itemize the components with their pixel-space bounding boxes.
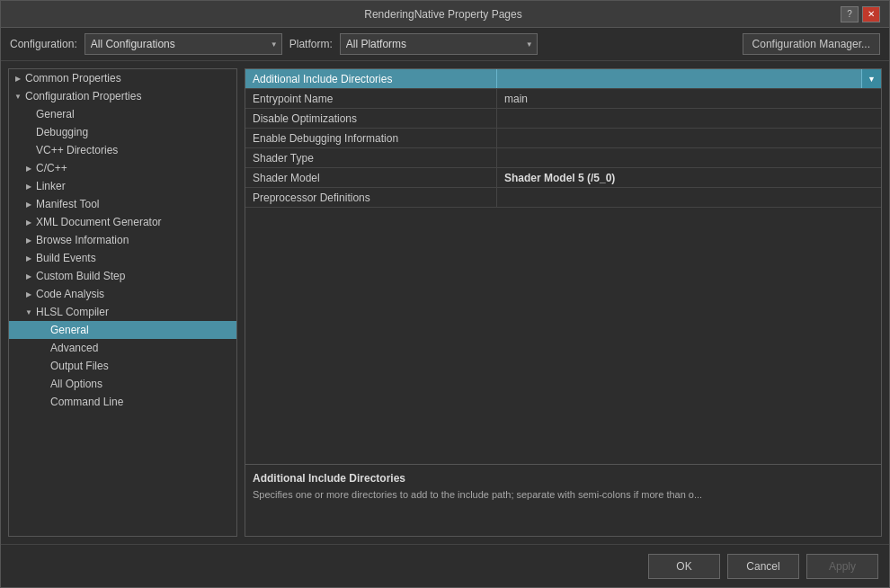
tree-item-hlsl-all-options[interactable]: All Options (9, 375, 236, 393)
tree-label-general: General (36, 108, 75, 120)
tree-item-configuration-properties[interactable]: ▼Configuration Properties (9, 87, 236, 105)
configuration-label: Configuration: (10, 38, 77, 50)
configuration-select[interactable]: All Configurations (85, 33, 282, 55)
tree-label-linker: Linker (36, 180, 66, 192)
apply-button[interactable]: Apply (806, 554, 878, 579)
expand-icon-manifest-tool: ▶ (23, 199, 34, 209)
tree-label-vc-directories: VC++ Directories (36, 144, 118, 156)
header-prop-value (497, 69, 861, 88)
expand-icon-build-events: ▶ (23, 253, 34, 263)
expand-icon-hlsl-all-options (38, 379, 49, 389)
tree-item-general[interactable]: General (9, 105, 236, 123)
prop-value-1 (497, 109, 881, 128)
expand-icon-code-analysis: ▶ (23, 289, 34, 299)
tree-label-hlsl-all-options: All Options (50, 378, 102, 390)
tree-item-common-properties[interactable]: ▶Common Properties (9, 69, 236, 87)
description-title: Additional Include Directories (253, 472, 874, 485)
header-dropdown-button[interactable]: ▼ (861, 69, 881, 88)
prop-value-5 (497, 188, 881, 207)
tree-label-hlsl-output: Output Files (50, 360, 109, 372)
tree-label-common-properties: Common Properties (25, 72, 121, 85)
tree-item-custom-build-step[interactable]: ▶Custom Build Step (9, 267, 236, 285)
tree-panel: ▶Common Properties▼Configuration Propert… (8, 68, 237, 537)
expand-icon-hlsl-output (38, 361, 49, 371)
prop-row-3[interactable]: Shader Type (245, 148, 881, 168)
prop-name-4: Shader Model (245, 168, 497, 187)
expand-icon-debugging (23, 127, 34, 138)
expand-icon-hlsl-general (38, 325, 49, 335)
help-button[interactable]: ? (841, 6, 859, 22)
tree-item-hlsl-output[interactable]: Output Files (9, 357, 236, 375)
tree-item-manifest-tool[interactable]: ▶Manifest Tool (9, 195, 236, 213)
close-button[interactable]: ✕ (862, 6, 880, 22)
config-bar: Configuration: All Configurations Platfo… (1, 28, 889, 61)
prop-row-2[interactable]: Enable Debugging Information (245, 129, 881, 148)
prop-row-5[interactable]: Preprocessor Definitions (245, 188, 881, 208)
prop-value-2 (497, 129, 881, 147)
prop-name-2: Enable Debugging Information (245, 129, 497, 147)
expand-icon-hlsl-advanced (38, 343, 49, 353)
platform-select[interactable]: All Platforms (340, 33, 538, 55)
title-buttons: ? ✕ (841, 6, 880, 22)
tree-label-build-events: Build Events (36, 252, 96, 264)
tree-label-hlsl-compiler: HLSL Compiler (36, 306, 109, 318)
properties-header-row: Additional Include Directories ▼ (245, 69, 881, 89)
prop-name-0: Entrypoint Name (245, 89, 497, 108)
prop-name-3: Shader Type (245, 148, 497, 167)
tree-label-cpp: C/C++ (36, 162, 67, 174)
tree-label-code-analysis: Code Analysis (36, 288, 104, 300)
prop-value-4: Shader Model 5 (/5_0) (497, 168, 881, 187)
expand-icon-configuration-properties: ▼ (13, 91, 23, 102)
expand-icon-common-properties: ▶ (13, 73, 23, 84)
tree-item-browse-information[interactable]: ▶Browse Information (9, 231, 236, 249)
tree-label-hlsl-general: General (50, 324, 89, 336)
prop-row-0[interactable]: Entrypoint Namemain (245, 89, 881, 109)
expand-icon-xml-doc-generator: ▶ (23, 217, 34, 227)
expand-icon-cpp: ▶ (23, 163, 34, 174)
cancel-button[interactable]: Cancel (727, 554, 799, 579)
tree-label-debugging: Debugging (36, 126, 88, 138)
dialog-title: RenderingNative Property Pages (46, 8, 841, 21)
tree-item-cpp[interactable]: ▶C/C++ (9, 159, 236, 177)
tree-item-debugging[interactable]: Debugging (9, 123, 236, 141)
prop-name-5: Preprocessor Definitions (245, 188, 497, 207)
tree-item-hlsl-advanced[interactable]: Advanced (9, 339, 236, 357)
tree-label-xml-doc-generator: XML Document Generator (36, 216, 162, 228)
tree-label-hlsl-advanced: Advanced (50, 342, 98, 354)
tree-label-manifest-tool: Manifest Tool (36, 198, 99, 210)
prop-row-4[interactable]: Shader ModelShader Model 5 (/5_0) (245, 168, 881, 188)
configuration-select-wrapper: All Configurations (85, 33, 282, 55)
tree-label-configuration-properties: Configuration Properties (25, 90, 141, 102)
button-bar: OK Cancel Apply (1, 544, 889, 587)
expand-icon-vc-directories (23, 145, 34, 156)
tree-item-linker[interactable]: ▶Linker (9, 177, 236, 195)
expand-icon-hlsl-compiler: ▼ (23, 307, 34, 317)
prop-value-0: main (497, 89, 881, 108)
properties-panel: Additional Include Directories ▼ Entrypo… (245, 68, 882, 537)
tree-label-hlsl-command-line: Command Line (50, 396, 123, 408)
tree-item-hlsl-compiler[interactable]: ▼HLSL Compiler (9, 303, 236, 321)
expand-icon-hlsl-command-line (38, 396, 49, 407)
expand-icon-linker: ▶ (23, 181, 34, 192)
header-prop-name: Additional Include Directories (245, 69, 497, 88)
title-bar: RenderingNative Property Pages ? ✕ (1, 1, 889, 28)
tree-item-hlsl-command-line[interactable]: Command Line (9, 393, 236, 411)
description-text: Specifies one or more directories to add… (253, 488, 874, 502)
prop-row-1[interactable]: Disable Optimizations (245, 109, 881, 129)
expand-icon-browse-information: ▶ (23, 235, 34, 245)
tree-item-build-events[interactable]: ▶Build Events (9, 249, 236, 267)
expand-icon-custom-build-step: ▶ (23, 271, 34, 281)
prop-value-3 (497, 148, 881, 167)
platform-label: Platform: (289, 38, 333, 50)
main-content: ▶Common Properties▼Configuration Propert… (1, 61, 889, 544)
tree-item-vc-directories[interactable]: VC++ Directories (9, 141, 236, 159)
config-manager-button[interactable]: Configuration Manager... (743, 33, 880, 55)
tree-item-code-analysis[interactable]: ▶Code Analysis (9, 285, 236, 303)
tree-item-xml-doc-generator[interactable]: ▶XML Document Generator (9, 213, 236, 231)
ok-button[interactable]: OK (648, 554, 720, 579)
dialog-window: RenderingNative Property Pages ? ✕ Confi… (0, 0, 890, 588)
properties-grid: Additional Include Directories ▼ Entrypo… (245, 69, 881, 464)
expand-icon-general (23, 109, 34, 120)
description-panel: Additional Include Directories Specifies… (245, 464, 881, 536)
tree-item-hlsl-general[interactable]: General (9, 321, 236, 339)
